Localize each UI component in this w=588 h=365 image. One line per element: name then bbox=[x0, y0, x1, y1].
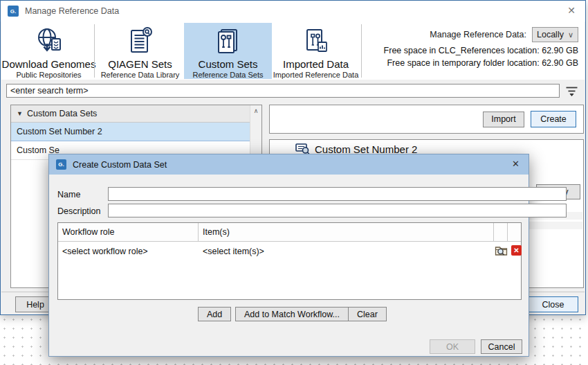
chevron-down-icon: ∨ bbox=[568, 30, 573, 39]
document-tools-icon bbox=[212, 25, 244, 57]
main-titlebar: G. Manage Reference Data ✕ bbox=[1, 1, 585, 21]
tab-sublabel: Public Repositories bbox=[16, 71, 81, 79]
free-space-clc: Free space in CLC_References location: 6… bbox=[384, 46, 578, 55]
add-button[interactable]: Add bbox=[198, 307, 231, 321]
location-value: Locally bbox=[537, 30, 564, 39]
manage-location-label: Manage Reference Data: bbox=[430, 30, 526, 39]
tab-custom-sets[interactable]: Custom Sets Reference Data Sets bbox=[184, 23, 272, 79]
right-action-bar: Import Create bbox=[269, 105, 584, 134]
tab-imported-data[interactable]: Imported Data Imported Reference Data bbox=[272, 23, 360, 79]
search-input[interactable] bbox=[6, 84, 560, 98]
clear-button[interactable]: Clear bbox=[348, 307, 387, 321]
storage-info-block: Manage Reference Data: Locally ∨ Free sp… bbox=[384, 27, 578, 68]
cancel-button[interactable]: Cancel bbox=[481, 339, 522, 354]
globe-download-icon bbox=[33, 25, 65, 57]
table-header-row: Workflow role Item(s) bbox=[58, 223, 521, 242]
location-select[interactable]: Locally ∨ bbox=[532, 27, 578, 42]
toolbar-divider bbox=[361, 24, 362, 78]
create-button[interactable]: Create bbox=[531, 111, 576, 127]
name-field[interactable] bbox=[108, 187, 567, 201]
tab-label: Download Genomes bbox=[2, 58, 96, 70]
collapse-triangle-icon: ▼ bbox=[17, 110, 23, 117]
list-item[interactable]: Custom Set Number 2 bbox=[11, 123, 261, 141]
import-button[interactable]: Import bbox=[483, 112, 524, 127]
create-custom-data-set-dialog: G. Create Custom Data Set ✕ Name Descrip… bbox=[48, 154, 529, 357]
add-to-match-workflow-button[interactable]: Add to Match Workflow... bbox=[235, 307, 349, 321]
description-field[interactable] bbox=[108, 204, 567, 217]
clc-app-icon: G. bbox=[8, 6, 19, 17]
column-header-workflow-role[interactable]: Workflow role bbox=[58, 223, 199, 241]
document-library-icon bbox=[125, 25, 156, 57]
workflow-role-table: Workflow role Item(s) <select workflow r… bbox=[57, 222, 522, 300]
column-header-browse[interactable] bbox=[494, 223, 508, 241]
tab-download-genomes[interactable]: Download Genomes Public Repositories bbox=[5, 23, 93, 79]
group-header-custom-data-sets[interactable]: ▼ Custom Data Sets bbox=[11, 105, 261, 123]
window-title: Manage Reference Data bbox=[25, 6, 119, 16]
column-header-items[interactable]: Item(s) bbox=[199, 223, 494, 241]
group-header-label: Custom Data Sets bbox=[27, 109, 97, 118]
desktop-background: G. Manage Reference Data ✕ Do bbox=[0, 0, 588, 365]
workflow-role-cell[interactable]: <select workflow role> bbox=[58, 247, 199, 256]
filter-icon[interactable] bbox=[565, 85, 578, 97]
list-item-label: Custom Set Number 2 bbox=[17, 127, 102, 136]
tab-sublabel: Imported Reference Data bbox=[273, 71, 359, 79]
document-import-icon bbox=[300, 25, 332, 57]
toolbar-divider bbox=[94, 24, 95, 78]
modal-titlebar: G. Create Custom Data Set ✕ bbox=[49, 154, 529, 175]
free-space-temp: Free space in temporary folder location:… bbox=[384, 58, 578, 68]
name-label: Name bbox=[57, 190, 80, 199]
tab-label: Custom Sets bbox=[199, 58, 258, 70]
clc-app-icon: G. bbox=[56, 159, 66, 170]
table-row[interactable]: <select workflow role> <select item(s)> … bbox=[58, 242, 521, 260]
main-close-icon[interactable]: ✕ bbox=[567, 6, 576, 15]
ok-button[interactable]: OK bbox=[430, 339, 475, 354]
modal-close-icon[interactable]: ✕ bbox=[512, 159, 520, 168]
modal-title: Create Custom Data Set bbox=[73, 160, 167, 170]
items-cell[interactable]: <select item(s)> bbox=[199, 247, 406, 256]
delete-row-icon[interactable]: ✕ bbox=[511, 245, 522, 256]
reference-data-toolbar: Download Genomes Public Repositories QIA… bbox=[1, 21, 585, 80]
column-header-delete[interactable] bbox=[508, 223, 521, 241]
tab-sublabel: Reference Data Sets bbox=[192, 71, 263, 79]
tab-label: QIAGEN Sets bbox=[108, 58, 172, 70]
detail-heading: Custom Set Number 2 bbox=[315, 143, 417, 155]
close-button[interactable]: Close bbox=[528, 296, 578, 312]
browse-items-icon[interactable] bbox=[495, 244, 508, 256]
description-label: Description bbox=[57, 206, 101, 216]
search-row bbox=[1, 84, 585, 100]
scroll-up-icon[interactable]: ∧ bbox=[250, 105, 261, 116]
tab-label: Imported Data bbox=[283, 58, 349, 70]
tab-sublabel: Reference Data Library bbox=[101, 71, 180, 79]
tab-qiagen-sets[interactable]: QIAGEN Sets Reference Data Library bbox=[96, 23, 184, 79]
